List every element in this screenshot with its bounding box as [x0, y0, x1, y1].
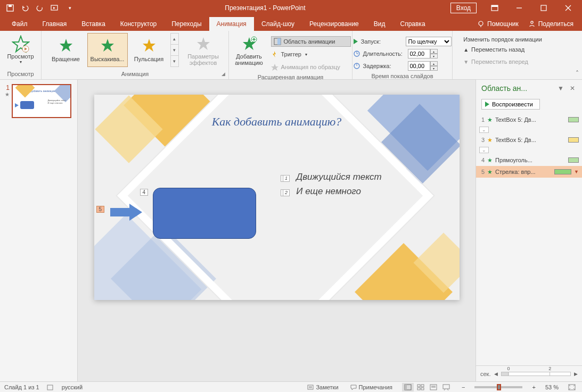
qat-customize-icon[interactable]: ▾ [63, 1, 77, 15]
svg-point-11 [531, 21, 533, 23]
tab-animations[interactable]: Анимация [209, 17, 254, 31]
anim-tag-5[interactable]: 5 [96, 206, 105, 213]
comments-button[interactable]: Примечания [348, 384, 395, 390]
share-button[interactable]: Поделиться [528, 20, 573, 28]
anim-tag-4[interactable]: 4 [140, 189, 149, 196]
tab-transitions[interactable]: Переходы [164, 17, 209, 31]
animation-pane-title: Область ан... [481, 84, 553, 93]
anim-tag-2[interactable]: 2 [283, 189, 290, 196]
tab-file[interactable]: Файл [4, 17, 35, 31]
language-label[interactable]: русский [62, 384, 83, 390]
quick-access-toolbar: ▾ [0, 1, 80, 15]
collapse-ribbon-icon[interactable]: ˄ [576, 70, 579, 77]
notes-button[interactable]: Заметки [305, 384, 340, 390]
ribbon-display-options-icon[interactable] [483, 0, 506, 16]
start-select[interactable]: По щелчку [406, 37, 452, 46]
slide-title-text[interactable]: Как добавить анимацию? [94, 115, 460, 129]
sorter-view-icon[interactable] [415, 383, 427, 391]
duration-icon [354, 51, 360, 57]
arrow-right-shape[interactable] [110, 204, 142, 220]
effect-options-label: Параметры эффектов [187, 53, 219, 66]
anim-item-4[interactable]: 4 ★ Прямоуголь... [476, 154, 582, 166]
start-label: Запуск: [361, 38, 403, 45]
timeline-track[interactable]: 0 2 [501, 372, 571, 376]
gallery-item-pulse[interactable]: Пульсация [129, 33, 169, 67]
gallery-up-icon[interactable]: ▴ [171, 34, 178, 45]
group-preview-label: Просмотр [7, 69, 34, 79]
tab-insert[interactable]: Вставка [74, 17, 113, 31]
svg-rect-40 [417, 388, 420, 390]
normal-view-icon[interactable] [402, 383, 414, 391]
move-earlier-button[interactable]: ▲Переместить назад [463, 44, 542, 55]
timeline-right-icon[interactable]: ▶ [574, 371, 578, 377]
close-icon[interactable] [556, 0, 580, 16]
delay-up-icon[interactable]: ▴ [430, 61, 438, 66]
maximize-icon[interactable] [532, 0, 555, 16]
duration-up-icon[interactable]: ▴ [430, 49, 438, 54]
slide-position-label[interactable]: Слайд 1 из 1 [4, 384, 39, 390]
tell-me-button[interactable]: Помощник [477, 20, 519, 28]
text-line-1[interactable]: 1 Движущийся текст [281, 172, 382, 182]
gallery-down-icon[interactable]: ▾ [171, 45, 178, 56]
sign-in-button[interactable]: Вход [450, 3, 477, 13]
tab-help[interactable]: Справка [392, 17, 432, 31]
zoom-in-icon[interactable]: + [530, 384, 537, 390]
animation-pane-toggle[interactable]: Область анимации [271, 36, 351, 47]
tab-review[interactable]: Рецензирование [302, 17, 366, 31]
add-animation-button[interactable]: Добавить анимацию [231, 33, 268, 72]
tab-home[interactable]: Главная [35, 17, 75, 31]
anim-item-1[interactable]: 1 ★ TextBox 5: Дв... [476, 114, 582, 126]
animation-pane-label: Область анимации [284, 38, 335, 45]
gallery-item-spin[interactable]: Вращение [46, 33, 86, 67]
expand-group-icon[interactable]: ⌄ [479, 127, 489, 133]
duration-down-icon[interactable]: ▾ [430, 54, 438, 59]
duration-input[interactable] [408, 49, 430, 59]
pane-close-icon[interactable]: ✕ [568, 85, 577, 92]
expand-group-icon[interactable]: ⌄ [479, 147, 489, 153]
reading-view-icon[interactable] [428, 383, 439, 391]
delay-down-icon[interactable]: ▾ [430, 66, 438, 71]
spellcheck-icon[interactable] [47, 383, 54, 391]
fit-to-window-icon[interactable] [566, 384, 578, 390]
save-icon[interactable] [3, 1, 17, 15]
undo-icon[interactable] [18, 1, 32, 15]
zoom-slider[interactable] [474, 386, 522, 388]
tab-view[interactable]: Вид [366, 17, 393, 31]
trigger-button[interactable]: Триггер ▾ [271, 49, 351, 60]
group-animation-label: Анимация [121, 69, 149, 79]
gallery-more-icon[interactable]: ▾ [171, 56, 178, 66]
gallery-item-bounce[interactable]: Выскакива... [87, 33, 128, 67]
text-line-2[interactable]: 2 И еще немного [281, 186, 362, 197]
tab-slideshow[interactable]: Слайд-шоу [254, 17, 302, 31]
play-button[interactable]: Воспроизвести [481, 99, 540, 110]
slide-canvas[interactable]: Как добавить анимацию? 4 5 1 Движущийся … [94, 95, 460, 300]
animation-pane: Область ан... ▼ ✕ Воспроизвести 1 ★ Text… [476, 80, 582, 381]
zoom-out-icon[interactable]: − [460, 384, 467, 390]
delay-icon [354, 63, 360, 69]
anim-item-5[interactable]: 5 ★ Стрелка: впр... ▼ [476, 166, 582, 178]
svg-rect-38 [417, 385, 420, 387]
zoom-level-label[interactable]: 53 % [545, 384, 559, 390]
svg-rect-33 [308, 385, 313, 389]
gallery-label: Вращение [52, 56, 80, 62]
item-dropdown-icon[interactable]: ▼ [574, 169, 579, 174]
anim-tag-1[interactable]: 1 [283, 175, 290, 182]
delay-input[interactable] [408, 61, 430, 71]
anim-item-3[interactable]: 3 ★ TextBox 5: Дв... [476, 134, 582, 146]
tell-me-label: Помощник [487, 20, 519, 28]
pane-options-icon[interactable]: ▼ [556, 85, 565, 92]
play-icon [485, 102, 489, 107]
blue-rounded-rect-shape[interactable] [153, 188, 256, 239]
title-bar: ▾ Презентация1 - PowerPoint Вход [0, 0, 582, 16]
animation-launcher-icon[interactable]: ◢ [219, 70, 227, 78]
tab-design[interactable]: Конструктор [113, 17, 164, 31]
minimize-icon[interactable] [507, 0, 531, 16]
slide-edit-area[interactable]: Как добавить анимацию? 4 5 1 Движущийся … [78, 80, 476, 381]
slideshow-view-icon[interactable] [440, 383, 452, 391]
slide-thumbnail-1[interactable]: Как добавить анимацию? Движущийся текстИ… [12, 84, 71, 118]
redo-icon[interactable] [33, 1, 47, 15]
timeline-left-icon[interactable]: ◀ [494, 371, 498, 377]
start-from-beginning-icon[interactable] [48, 1, 62, 15]
preview-button[interactable]: Просмотр ▾ [5, 33, 37, 64]
workspace: 1 ★ Как добавить анимацию? Движущийся те… [0, 80, 582, 381]
